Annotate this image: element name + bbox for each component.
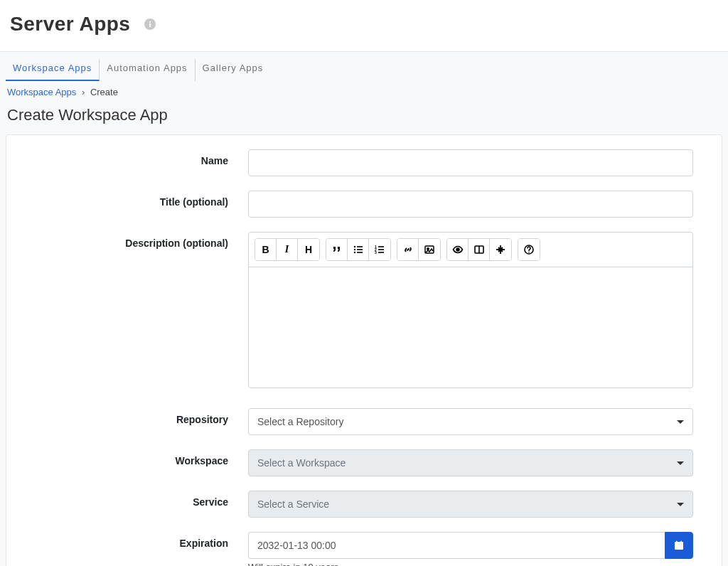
- svg-point-21: [528, 252, 530, 253]
- label-repository: Repository: [35, 408, 248, 425]
- svg-point-7: [353, 252, 355, 253]
- quote-button[interactable]: [326, 239, 348, 260]
- rich-text-editor: B I H 12: [248, 232, 693, 388]
- row-repository: Repository Select a Repository: [35, 408, 693, 435]
- subheading: Create Workspace App: [0, 100, 728, 134]
- row-description: Description (optional) B I H: [35, 232, 693, 388]
- calendar-button[interactable]: [665, 532, 693, 559]
- row-name: Name: [35, 149, 693, 176]
- select-repository[interactable]: Select a Repository: [248, 408, 693, 435]
- svg-rect-26: [676, 545, 678, 547]
- fullscreen-button[interactable]: [490, 239, 511, 260]
- label-description: Description (optional): [35, 232, 248, 249]
- caret-down-icon: [677, 503, 684, 506]
- svg-text:3: 3: [375, 250, 377, 255]
- svg-rect-27: [678, 545, 680, 547]
- italic-button[interactable]: I: [277, 239, 298, 260]
- breadcrumb: Workspace Apps › Create: [0, 81, 728, 100]
- svg-rect-8: [357, 252, 363, 253]
- page-body: Workspace Apps Automation Apps Gallery A…: [0, 51, 728, 566]
- label-title: Title (optional): [35, 191, 248, 208]
- row-expiration: Expiration Will expire in 10 years.: [35, 532, 693, 566]
- side-by-side-button[interactable]: [469, 239, 490, 260]
- svg-rect-12: [378, 249, 384, 250]
- label-workspace: Workspace: [35, 449, 248, 466]
- svg-point-5: [353, 249, 355, 250]
- svg-point-17: [456, 248, 459, 251]
- label-service: Service: [35, 491, 248, 508]
- page-title: Server Apps: [10, 13, 130, 36]
- help-button[interactable]: [518, 239, 540, 260]
- row-workspace: Workspace Select a Workspace: [35, 449, 693, 476]
- preview-button[interactable]: [447, 239, 469, 260]
- rte-toolbar: B I H 12: [249, 233, 692, 267]
- svg-point-16: [427, 248, 429, 250]
- chevron-right-icon: ›: [82, 87, 85, 97]
- info-icon[interactable]: [144, 18, 156, 30]
- rte-group-help: [518, 238, 540, 261]
- svg-rect-4: [357, 246, 363, 247]
- ordered-list-button[interactable]: 123: [369, 239, 390, 260]
- svg-point-3: [353, 246, 355, 247]
- expiration-helper: Will expire in 10 years.: [248, 562, 693, 566]
- rte-group-block: 123: [326, 238, 391, 261]
- breadcrumb-current: Create: [90, 87, 118, 97]
- caret-down-icon: [677, 461, 684, 465]
- svg-rect-14: [378, 252, 384, 253]
- rte-group-text: B I H: [255, 238, 320, 261]
- select-repository-value: Select a Repository: [257, 416, 343, 427]
- svg-rect-24: [676, 541, 678, 543]
- select-service-value: Select a Service: [257, 498, 329, 510]
- heading-button[interactable]: H: [298, 239, 319, 260]
- select-service[interactable]: Select a Service: [248, 491, 693, 518]
- tab-bar: Workspace Apps Automation Apps Gallery A…: [0, 52, 728, 81]
- image-button[interactable]: [419, 239, 440, 260]
- rte-group-view: [446, 238, 512, 261]
- label-name: Name: [35, 149, 248, 166]
- svg-rect-30: [678, 548, 680, 549]
- svg-rect-2: [149, 21, 151, 23]
- rte-group-insert: [397, 238, 441, 261]
- tab-gallery-apps[interactable]: Gallery Apps: [196, 59, 271, 81]
- label-expiration: Expiration: [35, 532, 248, 549]
- select-workspace[interactable]: Select a Workspace: [248, 449, 693, 476]
- input-name[interactable]: [248, 149, 693, 176]
- breadcrumb-root[interactable]: Workspace Apps: [7, 87, 76, 97]
- description-input[interactable]: [249, 267, 692, 388]
- link-button[interactable]: [397, 239, 419, 260]
- form-card: Name Title (optional) Description (optio…: [6, 134, 722, 566]
- row-service: Service Select a Service: [35, 491, 693, 518]
- svg-rect-25: [680, 541, 682, 543]
- page-header: Server Apps: [0, 0, 728, 51]
- svg-rect-23: [675, 542, 683, 544]
- svg-rect-28: [680, 545, 682, 547]
- svg-rect-29: [676, 548, 678, 549]
- tab-automation-apps[interactable]: Automation Apps: [100, 59, 195, 81]
- input-expiration[interactable]: [248, 532, 665, 559]
- unordered-list-button[interactable]: [348, 239, 369, 260]
- row-title: Title (optional): [35, 191, 693, 218]
- select-workspace-value: Select a Workspace: [257, 457, 346, 469]
- expiration-input-group: [248, 532, 693, 559]
- svg-rect-6: [357, 249, 363, 250]
- tab-workspace-apps[interactable]: Workspace Apps: [6, 59, 100, 81]
- input-title[interactable]: [248, 191, 693, 218]
- svg-rect-1: [149, 23, 151, 27]
- bold-button[interactable]: B: [255, 239, 277, 260]
- caret-down-icon: [677, 420, 684, 424]
- svg-rect-10: [378, 246, 384, 247]
